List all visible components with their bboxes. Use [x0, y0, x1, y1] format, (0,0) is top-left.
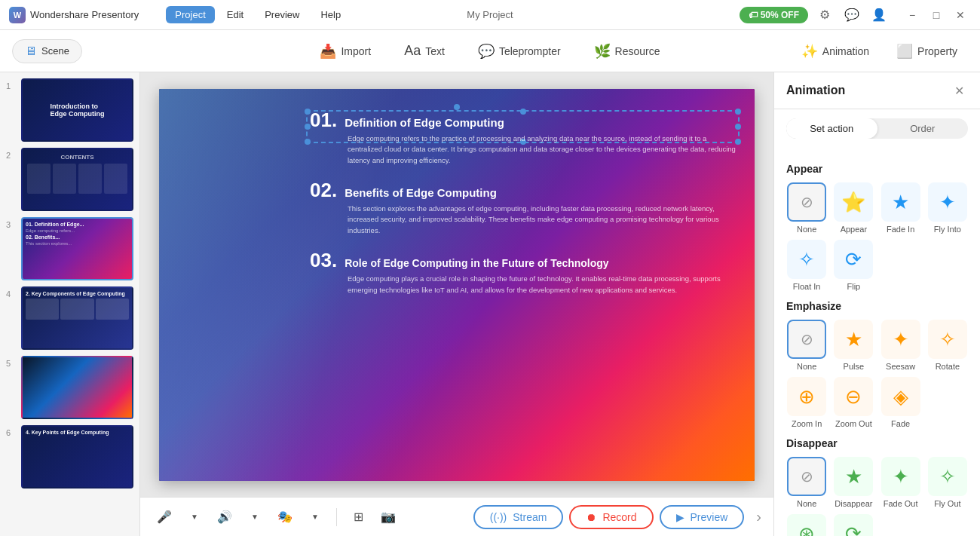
toolbar-right: ✨ Animation ⬜ Property: [791, 38, 968, 64]
animation-panel: Animation ✕ Set action Order Appear ⊘ No…: [773, 72, 980, 536]
mic-icon[interactable]: 🎤: [152, 505, 176, 529]
canvas-container[interactable]: 01. Definition of Edge Computing Edge co…: [140, 72, 773, 497]
slide-item[interactable]: 1 Introduction toEdge Computing: [6, 78, 133, 142]
settings-icon[interactable]: ⚙: [814, 5, 835, 26]
panel-close-button[interactable]: ✕: [950, 81, 968, 100]
section1-title: Definition of Edge Computing: [345, 116, 504, 130]
effects-dropdown-icon[interactable]: ▼: [303, 505, 327, 529]
text-icon: Aa: [404, 43, 421, 59]
property-icon: ⬜: [896, 43, 913, 60]
slide-item[interactable]: 4 2. Key Components of Edge Computing: [6, 286, 133, 350]
disappear-fade-out[interactable]: ✦ Fade Out: [880, 457, 921, 508]
appear-fly-into[interactable]: ✦ Fly Into: [927, 182, 968, 234]
appear-floatin-box: ✧: [787, 240, 826, 279]
preview-button[interactable]: ▶ Preview: [660, 505, 745, 529]
slide-thumbnail-6[interactable]: 4. Key Points of Edge Computing: [21, 425, 133, 489]
main-area: 1 Introduction toEdge Computing 2 CONTEN…: [0, 72, 980, 536]
import-button[interactable]: 📥 Import: [312, 38, 378, 64]
disappear-fadeout-box: ✦: [881, 457, 920, 496]
emphasize-seesaw-label: Seesaw: [886, 362, 915, 371]
emphasize-pulse-label: Pulse: [844, 362, 865, 371]
appear-fadein-box: ★: [881, 182, 920, 222]
scene-icon: 🖥: [25, 44, 37, 58]
emphasize-zoom-out[interactable]: ⊖ Zoom Out: [833, 377, 874, 428]
slide-item[interactable]: 3 01. Definition of Edge... Edge computi…: [6, 217, 133, 280]
text-button[interactable]: Aa Text: [397, 38, 452, 63]
volume-dropdown-icon[interactable]: ▼: [243, 505, 267, 529]
teleprompter-label: Teleprompter: [499, 45, 561, 57]
nav-preview[interactable]: Preview: [256, 6, 308, 23]
layout-icon[interactable]: ⊞: [346, 505, 370, 529]
property-button[interactable]: ⬜ Property: [886, 38, 968, 64]
slide-thumbnail-5[interactable]: [21, 356, 133, 419]
slide-item[interactable]: 5: [6, 356, 133, 419]
slide-number: 2: [6, 148, 15, 160]
slide-thumbnail-1[interactable]: Introduction toEdge Computing: [21, 78, 133, 142]
nav-project[interactable]: Project: [166, 6, 214, 23]
emphasize-rotate[interactable]: ✧ Rotate: [927, 320, 968, 371]
emphasize-none[interactable]: ⊘ None: [786, 320, 827, 371]
disappear-flip-box: ⟳: [834, 514, 873, 536]
animation-button[interactable]: ✨ Animation: [791, 38, 880, 64]
disappear-fadeout-label: Fade Out: [884, 499, 918, 508]
account-icon[interactable]: 👤: [868, 5, 890, 26]
appear-appear[interactable]: ⭐ Appear: [833, 182, 874, 234]
close-button[interactable]: ✕: [950, 5, 971, 26]
disappear-none[interactable]: ⊘ None: [786, 457, 827, 508]
emphasize-pulse[interactable]: ★ Pulse: [833, 320, 874, 371]
property-label: Property: [917, 45, 957, 57]
record-button[interactable]: ⏺ Record: [569, 505, 653, 529]
appear-section-title: Appear: [786, 163, 968, 175]
emphasize-fade[interactable]: ◈ Fade: [880, 377, 921, 428]
slide-thumbnail-3[interactable]: 01. Definition of Edge... Edge computing…: [21, 217, 133, 280]
slide-section-2: 02. Benefits of Edge Computing This sect…: [310, 180, 740, 237]
record-icon: ⏺: [586, 511, 596, 523]
slide-panel: 1 Introduction toEdge Computing 2 CONTEN…: [0, 72, 140, 536]
slide-thumbnail-4[interactable]: 2. Key Components of Edge Computing: [21, 286, 133, 350]
maximize-button[interactable]: □: [926, 5, 947, 26]
scene-button[interactable]: 🖥 Scene: [12, 39, 82, 63]
emphasize-zoom-in[interactable]: ⊕ Zoom In: [786, 377, 827, 428]
minimize-button[interactable]: −: [902, 5, 923, 26]
resource-button[interactable]: 🌿 Resource: [586, 38, 668, 64]
preview-label: Preview: [691, 511, 728, 523]
app-logo: W Wondershare Presentory: [9, 7, 154, 23]
chevron-right-icon[interactable]: ›: [756, 508, 761, 525]
appear-none[interactable]: ⊘ None: [786, 182, 827, 234]
camera-icon[interactable]: 📷: [376, 505, 400, 529]
appear-flip[interactable]: ⟳ Flip: [833, 240, 874, 291]
disappear-none-box: ⊘: [787, 457, 826, 496]
promo-button[interactable]: 🏷 50% OFF: [740, 7, 808, 23]
section2-body: This section explores the advantages of …: [348, 204, 740, 237]
volume-icon[interactable]: 🔊: [213, 505, 237, 529]
slide-item[interactable]: 6 4. Key Points of Edge Computing: [6, 425, 133, 489]
panel-header: Animation ✕: [774, 72, 980, 109]
disappear-float-out[interactable]: ⊛ Float Out: [786, 514, 827, 536]
disappear-fly-out[interactable]: ✧ Fly Out: [927, 457, 968, 508]
disappear-flip[interactable]: ⟳ Flip: [833, 514, 874, 536]
effects-icon[interactable]: 🎭: [273, 505, 297, 529]
slide-canvas[interactable]: 01. Definition of Edge Computing Edge co…: [159, 89, 755, 481]
appear-grid: ⊘ None ⭐ Appear ★ Fade In: [786, 182, 968, 291]
slide-item[interactable]: 2 CONTENTS: [6, 148, 133, 211]
nav-help[interactable]: Help: [311, 6, 350, 23]
tab-order[interactable]: Order: [877, 118, 969, 139]
emphasize-seesaw[interactable]: ✦ Seesaw: [880, 320, 921, 371]
emphasize-none-box: ⊘: [787, 320, 826, 359]
nav-edit[interactable]: Edit: [218, 6, 253, 23]
disappear-disappear[interactable]: ★ Disappear: [833, 457, 874, 508]
appear-none-box: ⊘: [787, 182, 826, 222]
emphasize-none-label: None: [797, 362, 816, 371]
stream-button[interactable]: ((·)) Stream: [473, 505, 564, 529]
mic-dropdown-icon[interactable]: ▼: [182, 505, 207, 529]
main-nav: Project Edit Preview Help: [166, 6, 350, 23]
slide-thumbnail-2[interactable]: CONTENTS: [21, 148, 133, 211]
tab-set-action[interactable]: Set action: [786, 118, 877, 139]
appear-fade-in[interactable]: ★ Fade In: [880, 182, 921, 234]
appear-float-in[interactable]: ✧ Float In: [786, 240, 827, 291]
message-icon[interactable]: 💬: [841, 5, 862, 26]
appear-flyinto-box: ✦: [928, 182, 967, 222]
disappear-flyout-label: Fly Out: [934, 499, 960, 508]
teleprompter-button[interactable]: 💬 Teleprompter: [470, 38, 568, 64]
emphasize-fade-box: ◈: [881, 377, 920, 416]
